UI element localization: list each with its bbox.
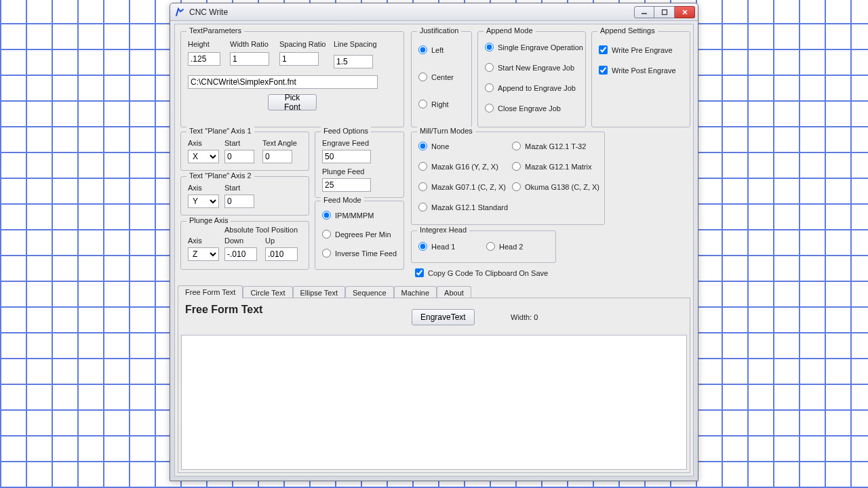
radio-feed-dpm[interactable]: Degrees Per Min [322,230,391,239]
input-width-ratio[interactable] [230,52,269,66]
input-plunge-up[interactable] [265,247,298,261]
window-controls [634,6,695,18]
client-area: TextParameters Height Width Ratio Spacin… [174,24,694,476]
window-title: CNC Write [189,7,228,17]
radio-mt-g121m[interactable]: Mazak G12.1 Matrix [512,162,591,171]
heading-free-form: Free Form Text [185,304,262,316]
input-plane1-angle[interactable] [262,150,292,163]
select-plane1-axis[interactable]: X [188,150,219,163]
input-spacing-ratio[interactable] [279,52,319,66]
radio-justify-center[interactable]: Center [418,73,454,81]
radio-mt-okuma[interactable]: Okuma G138 (C, Z, X) [512,182,599,191]
legend-append-mode: Append Mode [484,26,536,35]
radio-mt-g16[interactable]: Mazak G16 (Y, Z, X) [418,162,498,171]
label-height: Height [188,40,210,48]
input-plane1-start[interactable] [224,150,254,163]
legend-plane-1: Text "Plane" Axis 1 [186,127,254,135]
input-plane2-start[interactable] [224,195,254,208]
label-width: Width: 0 [511,313,538,321]
minimize-button[interactable] [634,6,654,18]
group-text-parameters: TextParameters Height Width Ratio Spacin… [180,31,404,127]
label-width-ratio: Width Ratio [230,40,269,48]
group-plane-axis-2: Text "Plane" Axis 2 Axis Start Y [180,176,309,216]
radio-feed-itf[interactable]: Inverse Time Feed [322,249,397,258]
select-plane2-axis[interactable]: Y [188,195,219,208]
legend-text-parameters: TextParameters [186,26,244,35]
label-plane2-axis: Axis [188,184,202,192]
check-post-engrave[interactable]: Write Post Engrave [599,66,676,75]
radio-head-1[interactable]: Head 1 [418,242,455,251]
label-engrave-feed: Engrave Feed [322,139,369,147]
label-line-spacing: Line Spacing [334,40,377,48]
radio-mt-g121t[interactable]: Mazak G12.1 T-32 [512,142,586,150]
group-append-mode: Append Mode Single Engrave Operation Sta… [477,31,586,127]
legend-feed-mode: Feed Mode [321,196,364,204]
group-feed-options: Feed Options Engrave Feed Plunge Feed [315,131,404,198]
input-line-spacing[interactable] [334,55,373,68]
radio-justify-left[interactable]: Left [418,45,443,54]
titlebar[interactable]: CNC Write [170,3,698,21]
radio-feed-ipm[interactable]: IPM/MMPM [322,211,374,220]
label-atp: Absolute Tool Position [224,226,298,234]
legend-feed-options: Feed Options [321,127,371,135]
input-engrave-feed[interactable] [322,150,371,163]
radio-head-2[interactable]: Head 2 [486,242,523,251]
group-justification: Justification Left Center Right [411,31,472,127]
label-plane1-axis: Axis [188,139,202,147]
legend-plunge: Plunge Axis [186,216,231,224]
radio-append-single[interactable]: Single Engrave Operation [485,43,583,52]
radio-append-append[interactable]: Append to Engrave Job [485,83,576,92]
label-plunge-axis: Axis [188,237,202,245]
svg-rect-1 [662,9,667,14]
input-plunge-feed[interactable] [322,178,371,192]
label-plunge-feed: Plunge Feed [322,167,364,176]
radio-append-start[interactable]: Start New Engrave Job [485,63,574,72]
legend-append-settings: Append Settings [597,26,658,35]
group-plane-axis-1: Text "Plane" Axis 1 Axis Start Text Angl… [180,131,309,171]
label-plane1-angle: Text Angle [262,139,297,147]
tab-panel-free-form: Free Form Text EngraveText Width: 0 [178,298,690,473]
radio-append-close[interactable]: Close Engrave Job [485,104,561,113]
label-spacing-ratio: Spacing Ratio [279,40,326,48]
legend-integrex: Integrex Head [417,226,469,234]
input-font-path[interactable] [188,75,378,89]
close-button[interactable] [675,6,695,18]
input-plunge-down[interactable] [224,247,257,261]
label-plunge-up: Up [265,237,275,245]
label-plane2-start: Start [224,184,240,192]
legend-mill-turn: Mill/Turn Modes [417,127,475,135]
check-copy-clipboard[interactable]: Copy G Code To Clipboard On Save [415,268,548,277]
label-plane1-start: Start [224,139,240,147]
radio-mt-none[interactable]: None [418,142,449,150]
radio-mt-g071[interactable]: Mazak G07.1 (C, Z, X) [418,182,506,191]
tab-free-form[interactable]: Free Form Text [178,285,243,299]
select-plunge-axis[interactable]: Z [188,247,219,261]
app-icon [174,7,185,18]
pick-font-button[interactable]: Pick Font [268,94,317,110]
radio-justify-right[interactable]: Right [418,100,449,108]
app-window: CNC Write TextParameters Height Width Ra… [170,3,698,481]
free-form-textarea[interactable] [181,335,687,470]
engrave-text-button[interactable]: EngraveText [412,309,475,325]
tabstrip: Free Form Text Circle Text Ellipse Text … [178,283,471,298]
group-mill-turn: Mill/Turn Modes None Mazak G16 (Y, Z, X)… [411,131,605,225]
group-integrex: Integrex Head Head 1 Head 2 [411,230,556,263]
radio-mt-g121s[interactable]: Mazak G12.1 Standard [418,203,508,211]
legend-justification: Justification [417,26,461,35]
check-pre-engrave[interactable]: Write Pre Engrave [599,45,673,54]
label-plunge-down: Down [224,237,243,245]
input-height[interactable] [188,52,220,66]
group-append-settings: Append Settings Write Pre Engrave Write … [591,31,690,127]
group-feed-mode: Feed Mode IPM/MMPM Degrees Per Min Inver… [315,201,404,270]
maximize-button[interactable] [654,6,675,18]
legend-plane-2: Text "Plane" Axis 2 [186,171,254,180]
group-plunge-axis: Plunge Axis Absolute Tool Position Axis … [180,221,309,270]
